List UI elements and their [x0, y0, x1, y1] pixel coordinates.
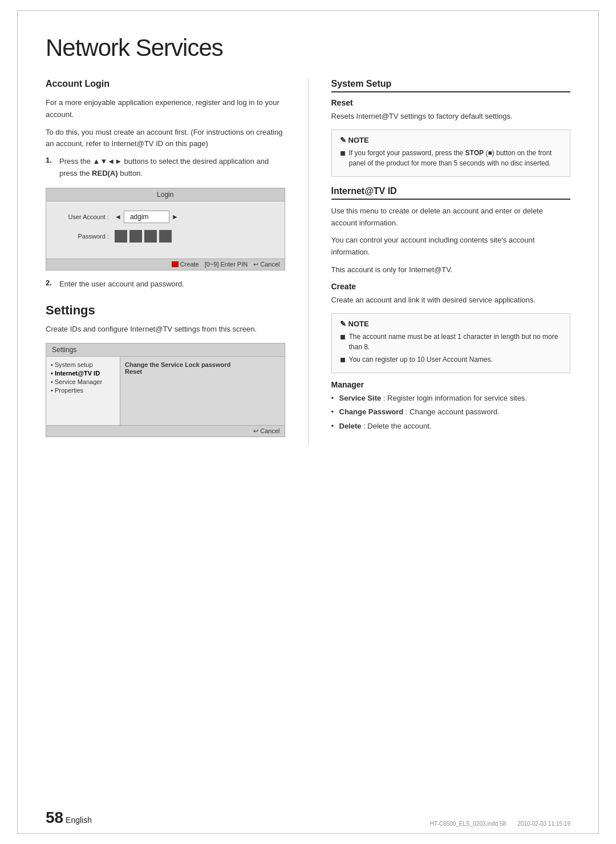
note-label-2: NOTE	[348, 320, 369, 328]
note-title-2: ✎ NOTE	[340, 320, 562, 328]
step-1-text: Press the ▲▼◄► buttons to select the des…	[59, 156, 285, 180]
create-subheading: Create	[331, 282, 571, 291]
page-border-top	[17, 10, 599, 11]
note-text-3: You can register up to 10 User Account N…	[349, 354, 493, 365]
footer-right-meta: 2010-02-03 11:15:19	[517, 821, 570, 827]
right-arrow: ►	[172, 213, 179, 221]
red-icon	[172, 261, 179, 267]
page-number-container: 58 English	[46, 809, 92, 827]
manager-subsection: Manager Service Site : Register login in…	[331, 380, 571, 433]
page-border-bottom	[17, 833, 599, 834]
password-label: Password :	[58, 233, 109, 240]
note-bullet-3: ◼	[340, 354, 346, 365]
note-title-1: ✎ NOTE	[340, 136, 562, 144]
login-box-title: Login	[46, 188, 285, 201]
settings-menu-item-2: • Internet@TV ID	[51, 370, 115, 377]
stop-label: STOP	[465, 149, 484, 157]
note-label-1: NOTE	[348, 136, 369, 144]
page-number: 58	[46, 809, 63, 826]
account-login-section: Account Login For a more enjoyable appli…	[46, 79, 285, 290]
left-arrow: ◄	[115, 213, 121, 221]
password-squares	[115, 230, 172, 243]
note-item-2: ◼ The account name must be at least 1 ch…	[340, 332, 562, 352]
step-1-number: 1.	[46, 156, 55, 180]
step-2-number: 2.	[46, 278, 55, 290]
system-setup-note: ✎ NOTE ◼ If you forgot your password, pr…	[331, 130, 571, 177]
settings-menu: • System setup • Internet@TV ID • Servic…	[46, 357, 120, 425]
note-item-3: ◼ You can register up to 10 User Account…	[340, 354, 562, 365]
note-bullet-1: ◼	[340, 148, 346, 168]
note-text-1: If you forgot your password, press the S…	[349, 148, 562, 168]
left-column: Account Login For a more enjoyable appli…	[46, 79, 285, 445]
settings-section: Settings Create IDs and configure Intern…	[46, 303, 285, 438]
manager-bullet-1: Service Site : Register login informatio…	[331, 393, 571, 405]
create-label: Create	[180, 261, 199, 268]
reset-subsection: Reset Resets Internet@TV settings to fac…	[331, 98, 571, 123]
internet-tv-id-para3: This account is only for Internet@TV.	[331, 264, 571, 276]
password-square-4	[159, 230, 172, 243]
manager-bullet-2: Change Password : Change account passwor…	[331, 406, 571, 418]
password-square-1	[115, 230, 127, 243]
settings-menu-item-4: • Properties	[51, 387, 115, 394]
page-title: Network Services	[46, 34, 570, 62]
footer-left-meta: HT-C6500_ELS_0203.indd 58	[430, 821, 506, 827]
manager-bullet-list: Service Site : Register login informatio…	[331, 393, 571, 433]
step-2: 2. Enter the user account and password.	[46, 278, 285, 290]
password-square-3	[144, 230, 157, 243]
login-box: Login User Account : ◄ adgim ► Password …	[46, 188, 285, 270]
settings-content-line2: Reset	[125, 368, 280, 375]
settings-heading: Settings	[46, 303, 285, 318]
cancel-label: ↩ Cancel	[253, 261, 279, 268]
account-login-heading: Account Login	[46, 79, 285, 91]
internet-tv-id-note: ✎ NOTE ◼ The account name must be at lea…	[331, 313, 571, 373]
internet-tv-id-heading: Internet@TV ID	[331, 186, 571, 200]
settings-box-title: Settings	[46, 344, 285, 357]
step-2-text: Enter the user account and password.	[59, 278, 184, 290]
settings-cancel-label: ↩ Cancel	[253, 427, 279, 434]
settings-para: Create IDs and configure Internet@TV set…	[46, 324, 285, 336]
page-language: English	[66, 815, 92, 825]
settings-menu-item-1: • System setup	[51, 361, 115, 368]
user-account-label: User Account :	[58, 213, 109, 220]
arrow-symbols: ▲▼◄►	[93, 157, 122, 165]
settings-content-panel: Change the Service Lock password Reset	[120, 357, 285, 425]
login-box-body: User Account : ◄ adgim ► Password :	[46, 201, 285, 259]
user-account-field: User Account : ◄ adgim ►	[58, 211, 273, 223]
reset-subheading: Reset	[331, 98, 571, 107]
password-field: Password :	[58, 230, 273, 243]
password-square-2	[129, 230, 142, 243]
note-text-2: The account name must be at least 1 char…	[349, 332, 562, 352]
note-item-1: ◼ If you forgot your password, press the…	[340, 148, 562, 168]
internet-tv-id-section: Internet@TV ID Use this menu to create o…	[331, 186, 571, 433]
page-border-right	[598, 10, 599, 834]
settings-box: Settings • System setup • Internet@TV ID…	[46, 343, 285, 437]
right-column: System Setup Reset Resets Internet@TV se…	[331, 79, 571, 445]
account-login-para2: To do this, you must create an account f…	[46, 127, 285, 151]
pencil-icon-1: ✎	[340, 136, 346, 144]
settings-box-body: • System setup • Internet@TV ID • Servic…	[46, 357, 285, 425]
reset-text: Resets Internet@TV settings to factory d…	[331, 111, 571, 123]
internet-tv-id-para2: You can control your account including c…	[331, 235, 571, 259]
login-box-footer: Create [0~9] Enter PIN ↩ Cancel	[46, 259, 285, 270]
system-setup-heading: System Setup	[331, 79, 571, 92]
create-text: Create an account and link it with desir…	[331, 294, 571, 306]
internet-tv-id-para1: Use this menu to create or delete an acc…	[331, 205, 571, 229]
account-login-para1: For a more enjoyable application experie…	[46, 97, 285, 121]
step-1: 1. Press the ▲▼◄► buttons to select the …	[46, 156, 285, 180]
red-a-label: RED(A)	[92, 169, 118, 177]
note-bullet-2: ◼	[340, 332, 346, 352]
settings-menu-item-3: • Service Manager	[51, 378, 115, 385]
settings-box-footer: ↩ Cancel	[46, 425, 285, 437]
create-button: Create	[172, 261, 199, 268]
page-footer: 58 English HT-C6500_ELS_0203.indd 58 201…	[46, 809, 570, 827]
enter-pin-label: [0~9] Enter PIN	[205, 261, 248, 268]
pencil-icon-2: ✎	[340, 320, 346, 328]
page-border-left	[17, 10, 18, 834]
settings-content-line1: Change the Service Lock password	[125, 361, 280, 368]
create-subsection: Create Create an account and link it wit…	[331, 282, 571, 306]
footer-meta: HT-C6500_ELS_0203.indd 58 2010-02-03 11:…	[430, 821, 570, 827]
manager-subheading: Manager	[331, 380, 571, 389]
column-divider	[308, 79, 309, 445]
manager-bullet-3: Delete : Delete the account.	[331, 421, 571, 433]
user-account-value: adgim	[124, 211, 169, 223]
